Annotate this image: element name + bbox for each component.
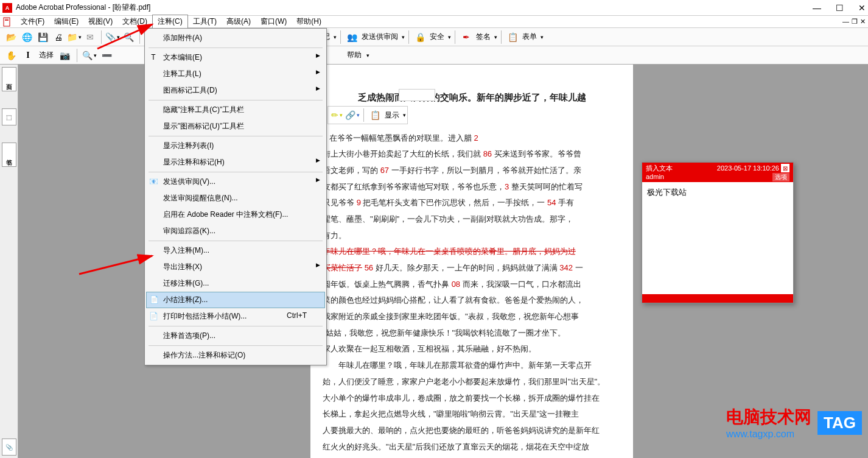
close-button[interactable]: ✕	[858, 3, 866, 13]
menu-drawing-tools[interactable]: 图画标记工具(D)▶	[146, 82, 325, 99]
menu-hide-comment-toolbar[interactable]: 隐藏"注释工具(C)"工具栏	[146, 102, 325, 118]
popup-footer	[642, 294, 793, 303]
para: 5 在爷爷一幅幅笔墨飘香的对联里。进入腊 2	[323, 131, 621, 146]
menu-enable-reader-commenting[interactable]: 启用在 Adobe Reader 中注释文档(F)...	[146, 206, 325, 223]
mdi-restore[interactable]: ❐	[852, 18, 858, 26]
menu-review-tracker[interactable]: 审阅追踪器(K)...	[146, 223, 325, 239]
para: 翟笔、蘸墨、"刷刷刷"，一会儿下功夫，一副副对联就大功告成。那字，	[323, 212, 621, 227]
menu-show-comment-list[interactable]: 显示注释列表(I)	[146, 138, 325, 154]
hand-tool-icon[interactable]: ✋	[4, 48, 18, 63]
send-review-icon[interactable]: 👥	[345, 30, 359, 44]
watermark-tag: TAG	[817, 411, 862, 435]
highlighter-icon[interactable]: ✏▾	[329, 108, 344, 122]
search-icon[interactable]: 🔍	[121, 30, 136, 44]
nav-tab-pages[interactable]: 页面	[2, 67, 16, 91]
menu-window[interactable]: 窗口(W)	[256, 15, 292, 28]
menu-import-comments[interactable]: 导入注释(M)...	[146, 242, 325, 259]
forms-icon[interactable]: 📋	[505, 30, 520, 44]
mdi-minimize[interactable]: —	[842, 18, 849, 26]
popup-close-icon[interactable]: ⊠	[781, 164, 789, 172]
sign-label[interactable]: 签名	[475, 32, 492, 42]
menu-document[interactable]: 文档(D)	[117, 15, 152, 28]
stamp-icon[interactable]: 🔗▾	[345, 108, 360, 122]
watermark-text: 电脑技术网	[726, 407, 811, 426]
menu-print-with-summary[interactable]: 📄打印时包括注释小结(W)...Ctrl+T	[146, 308, 325, 325]
snapshot-icon[interactable]: 📷	[57, 48, 72, 63]
menu-show-drawing-toolbar[interactable]: 显示"图画标记(U)"工具栏	[146, 118, 325, 135]
lock-icon[interactable]: 🔒	[413, 30, 427, 44]
save-icon[interactable]: 💾	[35, 30, 50, 44]
help-label[interactable]: 帮助	[346, 50, 363, 60]
para: 街上大街小巷开始卖起了大红的长纸，我们就 86 买来送到爷爷家。爷爷曾	[323, 147, 621, 162]
nav-tab-attachments[interactable]: 📎	[2, 439, 16, 456]
select-label[interactable]: 选择	[38, 50, 55, 60]
menu-tools[interactable]: 工具(T)	[188, 15, 222, 28]
para: 红火火的好兆头。"出天星"后我们还放了直窜云天的烟花，烟花在天空中绽放	[323, 440, 621, 455]
minimize-button[interactable]: —	[813, 3, 821, 13]
comment-mini-toolbar: ✏▾ 🔗▾ 📋 显示▾	[327, 106, 408, 124]
attach-icon[interactable]: 📎▾	[105, 30, 120, 44]
menu-view[interactable]: 视图(V)	[83, 15, 117, 28]
doc-title-fragment: 乏成热闹而又吉祥的交响乐。新年的脚步近了，年味儿越	[323, 89, 621, 107]
nav-tab-2[interactable]: ⬚	[2, 108, 16, 125]
document-icon	[2, 17, 12, 27]
main-area: 页面 ⬚ 书签 📎 💬 ✏▾ 🔗▾ 📋 显示▾ 乏成热闹而又吉祥的交响乐。新年的…	[0, 65, 868, 458]
menu-add-attachment[interactable]: 添加附件(A)	[146, 30, 325, 46]
show-label[interactable]: 显示	[383, 110, 401, 121]
secure-label[interactable]: 安全	[429, 32, 446, 42]
new-from-web-icon[interactable]: 🌐	[19, 30, 34, 44]
navigation-panel: 页面 ⬚ 书签 📎 💬	[0, 65, 18, 458]
menu-comment-preferences[interactable]: 注释首选项(P)...	[146, 328, 325, 344]
text-insert-popup[interactable]: 插入文本 2023-05-17 13:10:26 ⊠ admin 选项 极光下载…	[642, 162, 794, 303]
search-box-small[interactable]	[399, 89, 435, 101]
zoom-out-icon[interactable]: ➖	[99, 48, 114, 63]
window-controls: — ☐ ✕	[813, 3, 866, 13]
para: 出五颜六色的花朵。还有能喷出"喷泉"的火树银花、旋转"地雷"……"爆竹	[323, 456, 621, 458]
view-toolbar: ✋ I 选择 📷 🔍▾ ➖ T 帮助▾	[0, 46, 868, 65]
menu-comment-tools[interactable]: 注释工具(L)▶	[146, 66, 325, 82]
send-review-label[interactable]: 发送供审阅	[360, 32, 399, 42]
menu-comment[interactable]: 注释(C)	[152, 15, 188, 29]
page-icon: 📄	[149, 311, 158, 321]
menu-migrate-comments[interactable]: 迁移注释(G)...	[146, 275, 325, 292]
para: 家人欢聚在一起互相敬酒，互相祝福，其乐融融，好不热闹。	[323, 342, 621, 357]
menu-export-comments[interactable]: 导出注释(X)▶	[146, 259, 325, 275]
para: 长梯上，拿起火把点燃导火线，"噼里啪啦"响彻云霄。"出天星"这一挂鞭主	[323, 407, 621, 422]
zoom-in-icon[interactable]: 🔍▾	[82, 48, 97, 63]
para: 友都买了红纸拿到爷爷家请他写对联，爷爷也乐意，3 整天笑呵呵的忙着写	[323, 180, 621, 195]
pen-icon[interactable]: ✒	[459, 30, 474, 44]
app-icon: A	[2, 3, 12, 13]
menu-file[interactable]: 文件(F)	[16, 15, 49, 28]
mdi-close[interactable]: ✕	[860, 18, 866, 26]
text-icon: T	[149, 52, 158, 62]
email-icon[interactable]: ✉	[83, 30, 97, 44]
menu-send-for-review[interactable]: 📧发送供审阅(V)...▶	[146, 174, 325, 190]
para: 语文老师，写的 67 一手好行书字，所以一到腊月，爷爷就开始忙活了。亲	[323, 163, 621, 178]
watermark-url: www.tagxp.com	[726, 429, 811, 440]
show-icon[interactable]: 📋	[368, 108, 382, 122]
menu-show-comments-markup[interactable]: 显示注释和标记(H)▶	[146, 154, 325, 171]
para: 圆年饭。饭桌上热气腾腾，香气扑鼻 08 而来，我深吸一口气，口水都流出	[323, 277, 621, 292]
menu-summarize-comments[interactable]: 📄小结注释(Z)...	[146, 292, 325, 308]
menu-send-reminder[interactable]: 发送审阅提醒信息(N)...	[146, 190, 325, 206]
menu-text-edit[interactable]: T文本编辑(E)▶	[146, 49, 325, 66]
popup-body[interactable]: 极光下载站	[642, 182, 793, 203]
svg-rect-1	[5, 19, 9, 19]
menu-help[interactable]: 帮助(H)	[292, 15, 326, 28]
popup-options[interactable]: 选项	[772, 173, 789, 181]
titlebar: A Adobe Acrobat Professional - [盼望着.pdf]…	[0, 0, 868, 16]
menu-howto-comments[interactable]: 操作方法...注释和标记(O)	[146, 347, 325, 364]
print-icon[interactable]: 🖨	[51, 30, 66, 44]
text-select-icon[interactable]: I	[21, 48, 35, 63]
forms-label[interactable]: 表单	[521, 32, 538, 42]
open-folder-icon[interactable]: 📂	[4, 30, 18, 44]
organizer-icon[interactable]: 📁▾	[67, 30, 82, 44]
maximize-button[interactable]: ☐	[836, 3, 844, 13]
menu-edit[interactable]: 编辑(E)	[49, 15, 83, 28]
para: 有力。	[323, 228, 621, 244]
para: 我家附近的亲戚全接到家里来吃团年饭。"表叔，我敬您，祝您新年心想事	[323, 309, 621, 325]
menu-advanced[interactable]: 高级(A)	[222, 15, 256, 28]
nav-tab-bookmarks[interactable]: 书签	[2, 143, 16, 167]
mail-icon: 📧	[149, 177, 158, 186]
popup-header[interactable]: 插入文本 2023-05-17 13:10:26 ⊠ admin 选项	[642, 163, 793, 182]
